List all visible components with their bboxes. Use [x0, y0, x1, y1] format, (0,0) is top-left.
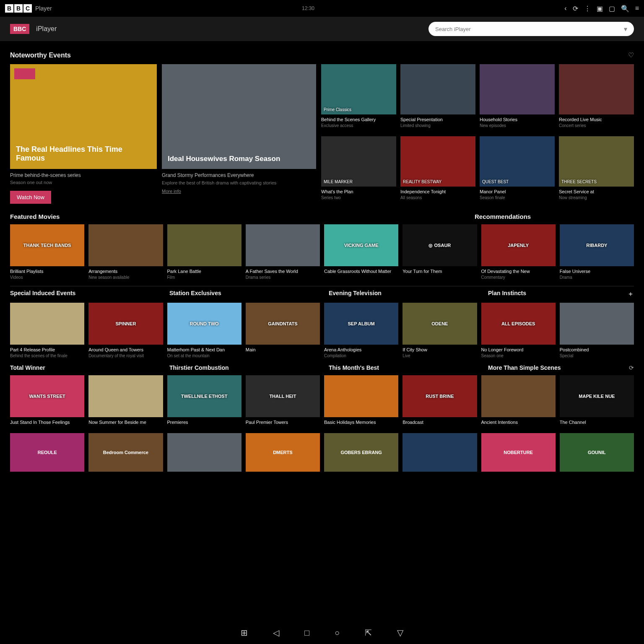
thumb-overlay [560, 303, 634, 345]
show-card[interactable]: RUST BRINEBroadcast [402, 375, 477, 426]
card-title: False Universe [560, 269, 634, 274]
card-title: The Channel [560, 420, 634, 425]
show-card[interactable]: GOBERS EBRANG [324, 433, 398, 472]
show-card[interactable]: RIBARDYFalse UniverseDrama [560, 224, 634, 280]
thumb-overlay [480, 64, 555, 114]
show-card[interactable] [402, 433, 477, 472]
section-title: This Month's Best [329, 364, 488, 371]
show-card[interactable]: Ancient Intentions [481, 375, 556, 426]
nav-recent-icon[interactable]: □ [304, 628, 309, 638]
nav-share-icon[interactable]: ⇱ [365, 628, 372, 638]
watch-now-button[interactable]: Watch Now [10, 191, 51, 204]
show-card[interactable]: A Father Saves the WorldDrama series [246, 224, 320, 280]
thumb-overlay: ROUND TWO [167, 303, 242, 345]
show-card[interactable]: THANK TECH BANDSBrilliant PlaylistsVideo… [10, 224, 84, 280]
card-title: Brilliant Playlists [10, 269, 84, 274]
show-card[interactable]: MILE MARKERWhat's the PlanSeries two [321, 136, 396, 204]
show-card[interactable]: NOBERTURE [481, 433, 556, 472]
nav-down-icon[interactable]: ▽ [397, 628, 403, 638]
topbar-actions: ‹ ⟳ ⋮ ▣ ▢ 🔍 ≡ [564, 5, 639, 13]
card-title: A Father Saves the World [246, 269, 320, 274]
show-card[interactable]: SPINNERAround Queen and TowersDocumentar… [88, 303, 163, 358]
nav-back-icon[interactable]: ◁ [273, 628, 279, 638]
add-icon[interactable]: ＋ [627, 290, 634, 299]
show-card[interactable]: THREE SECRETSSecret Service atNow stream… [559, 136, 634, 204]
show-card[interactable]: REOULE [10, 433, 84, 472]
refresh-icon[interactable]: ⟳ [629, 364, 634, 371]
back-icon[interactable]: ‹ [564, 5, 566, 13]
show-card[interactable]: Recorded Live MusicConcert series [559, 64, 634, 132]
tabs-icon[interactable]: ▢ [609, 5, 615, 13]
show-card[interactable]: TWELLNILE ETHOSTPremieres [167, 375, 242, 426]
show-card[interactable]: Special PresentationLimited showing [400, 64, 475, 132]
hero-subtitle: Grand Stormy Performances Everywhere [162, 172, 316, 178]
show-card[interactable]: ArrangementsNew season available [88, 224, 163, 280]
show-card[interactable]: ALL EPISODESNo Longer ForewordSeason one [481, 303, 556, 358]
show-card[interactable]: Basic Holidays Memories [324, 375, 398, 426]
card-title: Matterhorn Past & Next Dan [167, 347, 242, 352]
brand-name: iPlayer [36, 25, 57, 33]
favorite-icon[interactable]: ♡ [628, 51, 634, 59]
card-title: Broadcast [402, 420, 477, 425]
show-card[interactable]: Household StoriesNew episodes [480, 64, 555, 132]
show-card[interactable]: Park Lane BattleFilm [167, 224, 242, 280]
show-card[interactable]: ◎ OSAURYour Turn for Them [402, 224, 477, 280]
more-info-link[interactable]: More info [162, 189, 181, 194]
events-row: Part 4 Release ProfileBehind the scenes … [10, 303, 634, 358]
show-card[interactable]: SEP ALBUMArena AnthologiesCompilation [324, 303, 398, 358]
card-desc: Live [402, 353, 477, 358]
card-desc: Compilation [324, 353, 398, 358]
show-card[interactable]: DMERTS [246, 433, 320, 472]
channel-badge[interactable]: BBC [10, 24, 29, 34]
hero-card-primary[interactable]: The Real Headlines This Time Famous Prim… [10, 64, 157, 204]
card-desc: Concert series [559, 123, 634, 128]
menu-icon[interactable]: ≡ [635, 5, 639, 13]
show-card[interactable]: Part 4 Release ProfileBehind the scenes … [10, 303, 84, 358]
thumb-overlay [400, 64, 475, 114]
search-field[interactable]: ▾ [428, 22, 634, 36]
show-card[interactable]: JAPENLYOf Devastating the NewCommentary [481, 224, 556, 280]
thumb-overlay: MILE MARKER [321, 136, 396, 187]
show-card[interactable]: WANTS STREETJust Stand In Those Feelings [10, 375, 84, 426]
bbc-logo: B B C [5, 4, 32, 13]
search-input[interactable] [435, 26, 624, 32]
section-title: Plan Instincts [488, 290, 627, 299]
mic-icon[interactable]: ▾ [624, 25, 627, 33]
more-icon[interactable]: ⋮ [584, 5, 591, 13]
card-desc: On set at the mountain [167, 353, 242, 358]
thumb-overlay [246, 224, 320, 266]
card-title: If City Show [402, 347, 477, 352]
show-card[interactable]: QUEST BESTManor PanelSeason finale [480, 136, 555, 204]
bookmark-icon[interactable]: ▣ [597, 5, 603, 13]
refresh-icon[interactable]: ⟳ [573, 5, 578, 13]
card-title: Basic Holidays Memories [324, 420, 398, 425]
show-card[interactable]: REALITY BESTWAYIndependence TonightAll s… [400, 136, 475, 204]
show-card[interactable]: ROUND TWOMatterhorn Past & Next DanOn se… [167, 303, 242, 358]
card-desc: Exclusive access [321, 123, 396, 128]
card-title: Recorded Live Music [559, 117, 634, 122]
hero-card-secondary[interactable]: Ideal Housewives Romay Season Grand Stor… [162, 64, 316, 204]
show-card[interactable]: THALL HEITPaul Premier Towers [246, 375, 320, 426]
card-title: Cable Grassroots Without Matter [324, 269, 398, 274]
card-title: Arrangements [88, 269, 163, 274]
search-icon[interactable]: 🔍 [621, 5, 629, 13]
nav-home-icon[interactable]: ○ [335, 628, 340, 638]
card-desc: Drama series [246, 275, 320, 280]
show-card[interactable]: MAPE KILE NUEThe Channel [560, 375, 634, 426]
thumb-overlay [167, 224, 242, 266]
show-card[interactable]: GOUNIL [560, 433, 634, 472]
show-card[interactable]: GAINDNTATSMain [246, 303, 320, 358]
show-card[interactable]: PostcombinedSpecial [560, 303, 634, 358]
show-card[interactable] [167, 433, 242, 472]
show-card[interactable]: ODENEIf City ShowLive [402, 303, 477, 358]
card-desc: Documentary of the royal visit [88, 353, 163, 358]
show-card[interactable]: VICKING GAMECable Grassroots Without Mat… [324, 224, 398, 280]
show-card[interactable]: Bedroom Commerce [88, 433, 163, 472]
thumb-overlay: GAINDNTATS [246, 303, 320, 345]
card-desc: Season one [481, 353, 556, 358]
card-title: Postcombined [560, 347, 634, 352]
card-desc: Special [560, 353, 634, 358]
show-card[interactable]: Now Summer for Beside me [88, 375, 163, 426]
show-card[interactable]: Prime ClassicsBehind the Scenes GalleryE… [321, 64, 396, 132]
nav-apps-icon[interactable]: ⊞ [241, 628, 248, 638]
